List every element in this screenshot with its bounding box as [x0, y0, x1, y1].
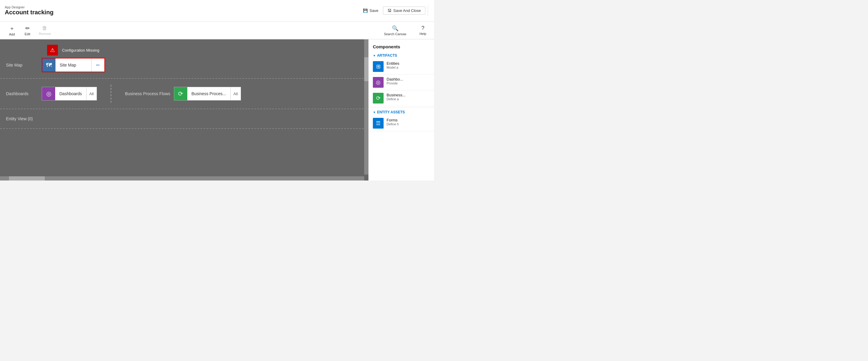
artifacts-label: ARTIFACTS	[377, 53, 397, 58]
forms-name: Forms	[386, 118, 399, 122]
warning-icon-box: ⚠	[47, 45, 58, 56]
help-label: Help	[420, 32, 426, 35]
remove-button[interactable]: 🗑 Remove	[36, 24, 54, 37]
header-left: App Designer Account tracking	[5, 5, 53, 16]
site-map-content: 🗺 Site Map ✏	[42, 58, 368, 72]
section-divider-1	[0, 78, 368, 79]
help-button[interactable]: ? Help	[416, 24, 429, 37]
entity-view-row: Entity View (0)	[0, 112, 368, 126]
components-panel: Components ARTIFACTS ⊞ Entities Model a …	[368, 39, 434, 181]
dashboards-panel-name: Dashbo...	[386, 77, 403, 82]
save-icon: 💾	[363, 8, 368, 13]
dashboards-text: Dashbo... Provide	[386, 77, 403, 85]
save-close-button[interactable]: 🖫 Save And Close	[383, 6, 425, 14]
entity-view-label: Entity View (0)	[6, 116, 66, 121]
toolbar: ＋ Add ✏ Edit 🗑 Remove 🔍 Search Canvas ? …	[0, 22, 434, 39]
bpf-panel-text: Business... Define a	[386, 93, 406, 101]
vertical-dotted-divider	[111, 85, 111, 102]
add-label: Add	[9, 32, 15, 36]
dashboard-card-label: Dashboards	[55, 87, 86, 100]
search-canvas-button[interactable]: 🔍 Search Canvas	[381, 24, 409, 37]
save-close-icon: 🖫	[388, 8, 391, 13]
entities-desc: Model a	[386, 66, 399, 69]
add-button[interactable]: ＋ Add	[5, 24, 19, 37]
entity-assets-label: ENTITY ASSETS	[377, 110, 405, 114]
edit-button[interactable]: ✏ Edit	[20, 24, 35, 37]
page-title: Account tracking	[5, 9, 53, 16]
bpf-panel-desc: Define a	[386, 97, 406, 101]
horizontal-scrollbar[interactable]	[0, 176, 364, 181]
component-forms[interactable]: ☰ Forms Define h	[369, 116, 434, 131]
component-dashboards[interactable]: ◎ Dashbo... Provide	[369, 74, 434, 90]
save-label: Save	[370, 8, 378, 13]
entities-icon: ⊞	[373, 61, 383, 72]
header: App Designer Account tracking 💾 Save 🖫 S…	[0, 0, 434, 22]
config-missing-label: Configuration Missing	[62, 48, 99, 53]
component-bpf[interactable]: ⟳ Business... Define a	[369, 90, 434, 106]
entity-assets-chevron-icon	[373, 111, 376, 114]
site-map-row: Site Map 🗺 Site Map ✏	[0, 56, 368, 76]
section-divider-3	[0, 128, 368, 129]
edit-icon: ✏	[25, 25, 30, 32]
site-map-icon: 🗺	[42, 58, 56, 71]
toolbar-right: 🔍 Search Canvas ? Help	[381, 24, 429, 37]
dashboard-all-label[interactable]: All	[86, 87, 97, 100]
dashboards-content: ◎ Dashboards All Business Process Flows …	[42, 85, 368, 102]
app-type-label: App Designer	[5, 5, 53, 9]
panel-divider	[369, 108, 434, 108]
search-canvas-label: Search Canvas	[384, 32, 406, 36]
edit-label: Edit	[25, 32, 30, 36]
horizontal-scroll-thumb[interactable]	[9, 176, 45, 181]
forms-text: Forms Define h	[386, 118, 399, 126]
site-map-card[interactable]: 🗺 Site Map ✏	[42, 58, 105, 72]
remove-label: Remove	[39, 32, 51, 35]
section-divider-2	[0, 109, 368, 109]
forms-desc: Define h	[386, 122, 399, 126]
artifacts-section-header[interactable]: ARTIFACTS	[369, 52, 434, 59]
bpf-panel-icon: ⟳	[373, 93, 383, 103]
bpf-icon: ⟳	[174, 87, 187, 100]
toolbar-left: ＋ Add ✏ Edit 🗑 Remove	[5, 24, 54, 37]
bpf-all-label[interactable]: All	[230, 87, 241, 100]
bpf-card[interactable]: ⟳ Business Proces... All	[174, 87, 241, 100]
bpf-section-label: Business Process Flows	[125, 91, 170, 96]
dashboard-card[interactable]: ◎ Dashboards All	[42, 87, 97, 100]
dashboards-row: Dashboards ◎ Dashboards All Business Pro…	[0, 81, 368, 106]
dashboard-icon: ◎	[42, 87, 55, 100]
save-button[interactable]: 💾 Save	[360, 6, 382, 14]
remove-icon: 🗑	[42, 25, 48, 31]
artifacts-chevron-icon	[373, 54, 376, 57]
vertical-scrollbar[interactable]	[364, 39, 368, 175]
config-missing-row: ⚠ Configuration Missing	[0, 42, 368, 56]
site-map-edit-button[interactable]: ✏	[91, 58, 104, 71]
dashboards-panel-desc: Provide	[386, 82, 403, 85]
site-map-card-label: Site Map	[56, 58, 91, 71]
entities-text: Entities Model a	[386, 61, 399, 69]
forms-icon: ☰	[373, 118, 383, 128]
canvas: ⚠ Configuration Missing Site Map 🗺 Site …	[0, 39, 368, 181]
bpf-section: Business Process Flows ⟳ Business Proces…	[125, 87, 241, 100]
bpf-panel-name: Business...	[386, 93, 406, 97]
entities-name: Entities	[386, 61, 399, 66]
dashboards-section-label: Dashboards	[6, 91, 42, 96]
bpf-card-label: Business Proces...	[187, 87, 230, 100]
canvas-inner[interactable]: ⚠ Configuration Missing Site Map 🗺 Site …	[0, 39, 368, 181]
main-container: ⚠ Configuration Missing Site Map 🗺 Site …	[0, 39, 434, 181]
dashboards-panel-icon: ◎	[373, 77, 383, 88]
component-entities[interactable]: ⊞ Entities Model a	[369, 59, 434, 74]
search-icon: 🔍	[392, 25, 399, 32]
canvas-content: ⚠ Configuration Missing Site Map 🗺 Site …	[0, 39, 368, 134]
add-icon: ＋	[9, 25, 14, 32]
vertical-scroll-thumb[interactable]	[364, 57, 368, 81]
header-divider	[428, 5, 428, 16]
header-actions: 💾 Save 🖫 Save And Close	[360, 5, 429, 16]
entity-assets-section-header[interactable]: ENTITY ASSETS	[369, 109, 434, 116]
help-icon: ?	[422, 25, 425, 31]
save-close-label: Save And Close	[393, 8, 421, 13]
panel-title: Components	[369, 43, 434, 52]
site-map-section-label: Site Map	[6, 63, 42, 67]
